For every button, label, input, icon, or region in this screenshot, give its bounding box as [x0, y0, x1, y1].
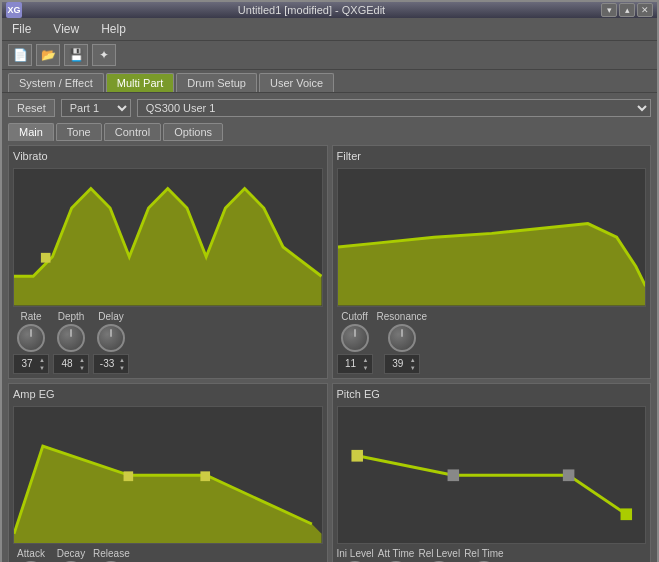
vibrato-delay-knob[interactable]	[97, 324, 125, 352]
voice-select[interactable]: QS300 User 1	[137, 99, 651, 117]
filter-resonance-label: Resonance	[377, 311, 428, 322]
window-controls: ▾ ▴ ✕	[601, 3, 653, 17]
vibrato-depth-group: Depth 48 ▲ ▼	[53, 311, 89, 374]
tab-control[interactable]: Control	[104, 123, 161, 141]
pitcheg-atttime-label: Att Time	[378, 548, 415, 559]
save-button[interactable]: 💾	[64, 44, 88, 66]
filter-cutoff-group: Cutoff 11 ▲ ▼	[337, 311, 373, 374]
vibrato-delay-label: Delay	[98, 311, 124, 322]
filter-controls: Cutoff 11 ▲ ▼ Resonance	[337, 311, 647, 374]
vibrato-panel: Vibrato Rate 37 ▲	[8, 145, 328, 379]
vibrato-chart	[13, 168, 323, 307]
pitcheg-chart	[337, 406, 647, 545]
menu-file[interactable]: File	[6, 20, 37, 38]
vibrato-title: Vibrato	[13, 150, 323, 162]
toolbar: 📄 📂 💾 ✦	[2, 41, 657, 70]
svg-rect-7	[447, 469, 459, 481]
new-button[interactable]: 📄	[8, 44, 32, 66]
filter-title: Filter	[337, 150, 647, 162]
tab-user-voice[interactable]: User Voice	[259, 73, 334, 92]
svg-rect-8	[562, 469, 574, 481]
svg-marker-0	[14, 189, 322, 306]
vibrato-rate-arrows[interactable]: ▲ ▼	[38, 356, 46, 372]
title-bar: XG Untitled1 [modified] - QXGEdit ▾ ▴ ✕	[2, 2, 657, 18]
part-select[interactable]: Part 1 Part 2	[61, 99, 131, 117]
tab-drum-setup[interactable]: Drum Setup	[176, 73, 257, 92]
pitcheg-atttime-group: Att Time 34 ▲ ▼	[378, 548, 415, 562]
tab-system-effect[interactable]: System / Effect	[8, 73, 104, 92]
filter-cutoff-arrows[interactable]: ▲ ▼	[362, 356, 370, 372]
tab-main[interactable]: Main	[8, 123, 54, 141]
filter-cutoff-value: 11	[340, 358, 362, 369]
pitcheg-inilevel-label: Ini Level	[337, 548, 374, 559]
filter-cutoff-value-box: 11 ▲ ▼	[337, 354, 373, 374]
panels-container: Vibrato Rate 37 ▲	[8, 145, 651, 562]
ampeg-controls: Attack -36 ▲ ▼ Decay	[13, 548, 323, 562]
vibrato-delay-value-box: -33 ▲ ▼	[93, 354, 129, 374]
filter-resonance-down[interactable]: ▼	[409, 364, 417, 372]
ampeg-decay-label: Decay	[57, 548, 85, 559]
vibrato-rate-value: 37	[16, 358, 38, 369]
vibrato-depth-value: 48	[56, 358, 78, 369]
svg-marker-2	[338, 224, 646, 306]
vibrato-controls: Rate 37 ▲ ▼ Depth	[13, 311, 323, 374]
pitcheg-reltime-group: Rel Time -27 ▲ ▼	[464, 548, 503, 562]
vibrato-rate-knob[interactable]	[17, 324, 45, 352]
menu-help[interactable]: Help	[95, 20, 132, 38]
filter-cutoff-up[interactable]: ▲	[362, 356, 370, 364]
vibrato-delay-down[interactable]: ▼	[118, 364, 126, 372]
filter-resonance-knob[interactable]	[388, 324, 416, 352]
window-title: Untitled1 [modified] - QXGEdit	[26, 4, 597, 16]
pitcheg-rellevel-label: Rel Level	[418, 548, 460, 559]
svg-rect-5	[200, 471, 210, 481]
tab-tone[interactable]: Tone	[56, 123, 102, 141]
filter-resonance-up[interactable]: ▲	[409, 356, 417, 364]
vibrato-delay-value: -33	[96, 358, 118, 369]
reset-button[interactable]: Reset	[8, 99, 55, 117]
filter-resonance-arrows[interactable]: ▲ ▼	[409, 356, 417, 372]
ampeg-release-label: Release	[93, 548, 130, 559]
app-icon: XG	[6, 2, 22, 18]
open-button[interactable]: 📂	[36, 44, 60, 66]
pitcheg-title: Pitch EG	[337, 388, 647, 400]
tab-multi-part[interactable]: Multi Part	[106, 73, 174, 92]
pitcheg-panel: Pitch EG Ini Level 29	[332, 383, 652, 562]
ampeg-attack-label: Attack	[17, 548, 45, 559]
vibrato-rate-up[interactable]: ▲	[38, 356, 46, 364]
ampeg-chart	[13, 406, 323, 545]
vibrato-delay-up[interactable]: ▲	[118, 356, 126, 364]
vibrato-depth-value-box: 48 ▲ ▼	[53, 354, 89, 374]
svg-marker-3	[14, 446, 322, 544]
svg-rect-1	[41, 253, 51, 263]
maximize-button[interactable]: ▴	[619, 3, 635, 17]
vibrato-depth-up[interactable]: ▲	[78, 356, 86, 364]
minimize-button[interactable]: ▾	[601, 3, 617, 17]
filter-cutoff-knob[interactable]	[341, 324, 369, 352]
menu-view[interactable]: View	[47, 20, 85, 38]
filter-resonance-value-box: 39 ▲ ▼	[384, 354, 420, 374]
pitcheg-inilevel-group: Ini Level 29 ▲ ▼	[337, 548, 374, 562]
filter-panel: Filter Cutoff 11 ▲	[332, 145, 652, 379]
filter-chart	[337, 168, 647, 307]
svg-rect-6	[351, 449, 363, 461]
pitcheg-reltime-label: Rel Time	[464, 548, 503, 559]
menu-bar: File View Help	[2, 18, 657, 41]
vibrato-depth-down[interactable]: ▼	[78, 364, 86, 372]
svg-rect-9	[620, 508, 632, 520]
star-button[interactable]: ✦	[92, 44, 116, 66]
vibrato-delay-arrows[interactable]: ▲ ▼	[118, 356, 126, 372]
vibrato-depth-arrows[interactable]: ▲ ▼	[78, 356, 86, 372]
filter-resonance-group: Resonance 39 ▲ ▼	[377, 311, 428, 374]
filter-cutoff-label: Cutoff	[341, 311, 368, 322]
filter-cutoff-down[interactable]: ▼	[362, 364, 370, 372]
ampeg-release-group: Release 0 ▲ ▼	[93, 548, 130, 562]
close-button[interactable]: ✕	[637, 3, 653, 17]
vibrato-rate-value-box: 37 ▲ ▼	[13, 354, 49, 374]
vibrato-depth-knob[interactable]	[57, 324, 85, 352]
tab-options[interactable]: Options	[163, 123, 223, 141]
ampeg-title: Amp EG	[13, 388, 323, 400]
vibrato-rate-down[interactable]: ▼	[38, 364, 46, 372]
outer-tabs: System / Effect Multi Part Drum Setup Us…	[2, 70, 657, 93]
content-area: Reset Part 1 Part 2 QS300 User 1 Main To…	[2, 93, 657, 562]
vibrato-rate-label: Rate	[20, 311, 41, 322]
